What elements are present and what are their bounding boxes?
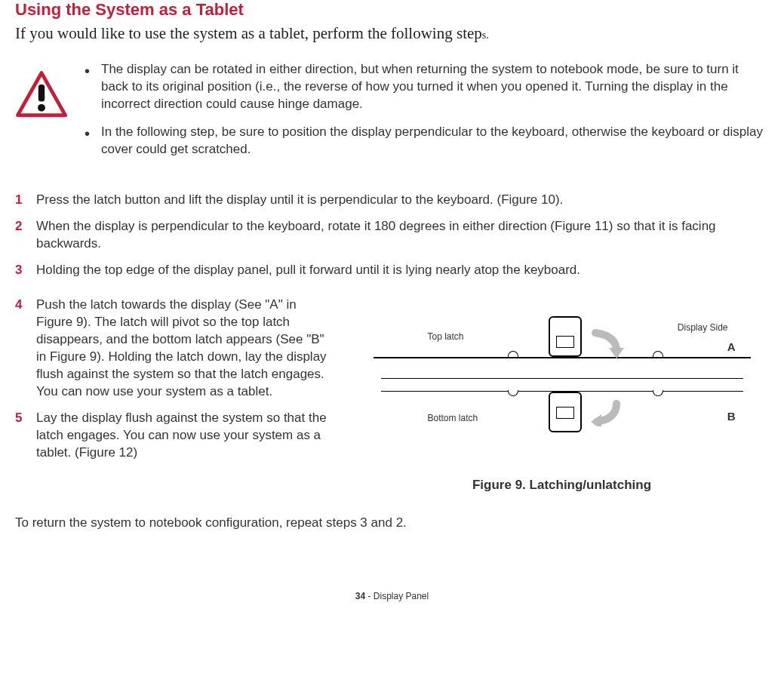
latching-diagram: Top latch Display Side Bottom latch A B (374, 312, 751, 463)
hinge-shape (508, 390, 518, 396)
arrow-b-icon (591, 396, 626, 426)
step-text: Holding the top edge of the display pane… (36, 262, 580, 279)
warning-item: The display can be rotated in either dir… (80, 61, 769, 113)
page-footer: 34 - Display Panel (15, 591, 769, 601)
section-heading: Using the System as a Tablet (15, 0, 769, 20)
diagram-top-line (374, 357, 751, 358)
intro-main: If you would like to use the system as a… (15, 24, 482, 42)
warning-box: The display can be rotated in either dir… (15, 61, 769, 169)
step-number: 2 (15, 218, 26, 253)
footer-section: - Display Panel (365, 591, 429, 601)
left-column: 4 Push the latch towards the display (Se… (15, 297, 332, 493)
step-text: When the display is perpendicular to the… (36, 218, 769, 253)
step-number: 4 (15, 297, 26, 401)
steps-top: 1 Press the latch button and lift the di… (15, 192, 769, 279)
svg-rect-1 (38, 85, 45, 101)
display-side-label: Display Side (678, 322, 728, 333)
top-latch-label: Top latch (428, 331, 464, 342)
label-a: A (727, 340, 736, 353)
arrow-a-icon (591, 328, 626, 358)
step-item: 5 Lay the display flush against the syst… (15, 410, 332, 462)
step-number: 1 (15, 192, 26, 209)
figure-caption: Figure 9. Latching/unlatching (355, 478, 769, 493)
diagram-mid-line-1 (381, 378, 743, 379)
svg-marker-4 (591, 414, 601, 426)
warning-list: The display can be rotated in either dir… (80, 61, 769, 169)
step-number: 5 (15, 410, 26, 462)
return-to-notebook-text: To return the system to notebook configu… (15, 515, 769, 530)
hinge-shape (508, 351, 518, 357)
svg-marker-3 (609, 348, 624, 358)
warning-icon (15, 69, 68, 121)
step-text: Push the latch towards the display (See … (36, 297, 332, 401)
two-column-section: 4 Push the latch towards the display (Se… (15, 297, 769, 493)
hinge-shape (653, 390, 663, 396)
figure-9: Top latch Display Side Bottom latch A B (355, 312, 769, 493)
step-item: 1 Press the latch button and lift the di… (15, 192, 769, 209)
step-number: 3 (15, 262, 26, 279)
latch-top-shape (549, 316, 582, 357)
intro-text: If you would like to use the system as a… (15, 24, 769, 43)
warning-item: In the following step, be sure to positi… (80, 124, 769, 158)
step-text: Lay the display flush against the system… (36, 410, 332, 462)
step-item: 3 Holding the top edge of the display pa… (15, 262, 769, 279)
step-text: Press the latch button and lift the disp… (36, 192, 563, 209)
hinge-shape (653, 351, 663, 357)
svg-point-2 (38, 104, 45, 112)
steps-left: 4 Push the latch towards the display (Se… (15, 297, 332, 461)
right-column: Top latch Display Side Bottom latch A B (355, 297, 769, 493)
latch-bottom-shape (549, 392, 582, 432)
step-item: 2 When the display is perpendicular to t… (15, 218, 769, 253)
page-number: 34 (355, 591, 365, 601)
label-b: B (727, 410, 736, 423)
step-item: 4 Push the latch towards the display (Se… (15, 297, 332, 401)
intro-suffix: s. (482, 29, 489, 41)
bottom-latch-label: Bottom latch (428, 413, 478, 423)
